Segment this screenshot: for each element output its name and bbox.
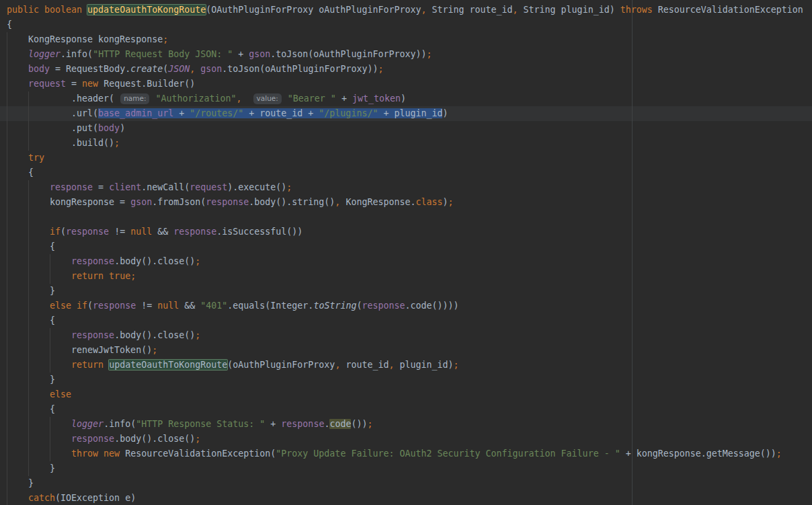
code-token: null (130, 227, 152, 237)
code-line-16[interactable]: if(response != null && response.isSucces… (0, 225, 812, 239)
code-line-19[interactable]: return true; (0, 269, 812, 284)
code-line-34[interactable]: catch(IOException e) (0, 491, 812, 505)
code-line-1[interactable]: public boolean updateOauthToKongRoute(OA… (0, 3, 812, 17)
code-token: ; (195, 330, 200, 340)
code-token: ()) (351, 419, 367, 429)
code-token: .equals(Integer. (227, 301, 313, 311)
code-line-30[interactable]: response.body().close(); (0, 432, 812, 446)
code-line-33[interactable]: } (0, 476, 812, 491)
code-token: ; (195, 434, 200, 444)
code-editor[interactable]: public boolean updateOauthToKongRoute(OA… (0, 0, 812, 505)
code-token: .url( (7, 108, 98, 118)
code-line-28[interactable]: { (0, 402, 812, 417)
code-line-13[interactable]: response = client.newCall(request).execu… (0, 180, 812, 195)
code-token (7, 256, 71, 266)
code-line-12[interactable]: { (0, 165, 812, 180)
code-line-26[interactable]: } (0, 373, 812, 387)
code-token: route_id (340, 360, 389, 370)
code-line-14[interactable]: kongResponse = gson.fromJson(response.bo… (0, 195, 812, 210)
code-token (7, 153, 28, 163)
code-token: code (329, 419, 351, 429)
code-token: client (109, 182, 141, 192)
code-token: response (173, 227, 216, 237)
code-token: (oAuthPluginForProxy (227, 360, 335, 370)
code-token: response (66, 227, 109, 237)
code-token: ResourceValidationException (653, 5, 803, 15)
code-token: ; (114, 138, 120, 148)
code-token: plugin_id) (394, 360, 453, 370)
code-token (7, 49, 28, 59)
code-token: ; (427, 49, 432, 59)
code-token: ( (60, 227, 66, 237)
code-line-32[interactable]: } (0, 461, 812, 476)
code-token: response (71, 330, 114, 340)
code-line-31[interactable]: throw new ResourceValidationException("P… (0, 446, 812, 461)
code-token: .code()))) (405, 301, 458, 311)
code-token: { (7, 20, 12, 30)
code-token (7, 182, 50, 192)
code-line-8[interactable]: .url(base_admin_url + "/routes/" + route… (0, 106, 812, 121)
code-line-22[interactable]: { (0, 313, 812, 328)
code-line-17[interactable]: { (0, 239, 812, 254)
code-line-20[interactable]: } (0, 284, 812, 299)
code-line-3[interactable]: KongResponse kongResponse; (0, 32, 812, 47)
code-line-2[interactable]: { (0, 17, 812, 32)
code-token: gson (249, 49, 270, 59)
code-token: try (28, 153, 44, 163)
code-token: String route_id (426, 5, 512, 15)
code-line-21[interactable]: else if(response != null && "401".equals… (0, 299, 812, 313)
code-token: gson (130, 197, 152, 207)
code-token: renewJwtToken() (7, 345, 152, 355)
code-token: base_admin_url (98, 108, 173, 118)
code-token: .newCall( (141, 182, 190, 192)
code-token (7, 389, 50, 399)
code-token: "Proxy Update Failure: OAuth2 Security C… (276, 449, 620, 459)
code-token: Request.Builder() (98, 79, 195, 89)
code-token: (IOException e) (55, 493, 136, 503)
code-line-5[interactable]: body = RequestBody.create(JSON, gson.toJ… (0, 62, 812, 77)
code-line-29[interactable]: logger.info("HTTP Response Status: " + r… (0, 417, 812, 432)
code-token: .isSuccessful()) (216, 227, 302, 237)
code-token: new (82, 79, 98, 89)
code-line-27[interactable]: else (0, 387, 812, 402)
code-token: throw new (71, 449, 120, 459)
code-token: response (93, 301, 136, 311)
code-token: ; (454, 360, 459, 370)
code-token: ) (442, 108, 448, 118)
code-token (7, 271, 71, 281)
code-line-23[interactable]: response.body().close(); (0, 328, 812, 343)
code-line-11[interactable]: try (0, 151, 812, 165)
code-token: KongResponse kongResponse (7, 34, 163, 44)
code-token: && (152, 227, 173, 237)
code-line-25[interactable]: return updateOauthToKongRoute(oAuthPlugi… (0, 358, 812, 373)
code-line-18[interactable]: response.body().close(); (0, 254, 812, 269)
code-token (7, 330, 71, 340)
code-token: request (28, 79, 66, 89)
code-line-4[interactable]: logger.info("HTTP Request Body JSON: " +… (0, 47, 812, 62)
code-token: } (7, 375, 55, 385)
code-token: ; (130, 271, 136, 281)
code-token: return (71, 360, 104, 370)
code-line-15[interactable] (0, 210, 812, 225)
code-token: != (136, 301, 157, 311)
code-line-6[interactable]: request = new Request.Builder() (0, 77, 812, 91)
code-token: .build() (7, 138, 114, 148)
code-token (7, 227, 50, 237)
code-token (7, 301, 50, 311)
code-token: ; (448, 197, 454, 207)
code-token: response (50, 182, 93, 192)
code-token: , (237, 93, 242, 104)
code-line-7[interactable]: .header( name: "Authorization", value: "… (0, 91, 812, 106)
code-token: throws (620, 5, 653, 15)
code-token: catch (28, 493, 55, 503)
code-token: .body().close() (114, 256, 195, 266)
code-line-10[interactable]: .build(); (0, 136, 812, 151)
code-token: ) (401, 93, 406, 104)
code-token: ) (120, 123, 125, 133)
code-line-24[interactable]: renewJwtToken(); (0, 343, 812, 358)
code-token: { (7, 315, 55, 325)
code-token: != (109, 227, 130, 237)
code-token: response (71, 256, 114, 266)
code-token: if (50, 227, 60, 237)
code-line-9[interactable]: .put(body) (0, 121, 812, 136)
